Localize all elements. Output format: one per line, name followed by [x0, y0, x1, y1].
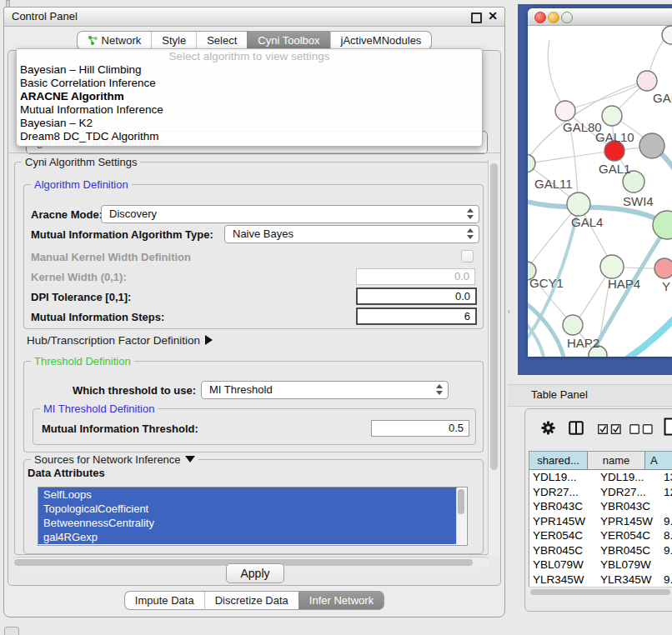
table-row[interactable]: YDL19... YDL19... 13	[529, 470, 672, 485]
list-item[interactable]: BetweennessCentrality	[38, 516, 457, 530]
mi-threshold-label: Mutual Information Threshold:	[42, 422, 198, 435]
checked-pair-icon[interactable]	[598, 423, 621, 434]
float-icon[interactable]	[471, 12, 482, 23]
combo-arrows-icon	[467, 228, 474, 240]
mac-close-icon[interactable]	[534, 12, 546, 23]
cell: YDL19...	[595, 470, 661, 485]
cell: 13	[661, 470, 672, 485]
node[interactable]	[637, 71, 657, 91]
tab-infer-network[interactable]: Infer Network	[298, 591, 384, 610]
tab-label: Cyni Toolbox	[258, 32, 319, 49]
cell: 9.	[661, 543, 672, 558]
combo-arrows-icon	[436, 384, 443, 396]
mi-steps-label: Mutual Information Steps:	[31, 311, 164, 323]
table-row[interactable]: YLR345W YLR345W 9.	[529, 572, 672, 588]
node[interactable]	[662, 26, 672, 44]
cell: YER054C	[529, 528, 595, 543]
mi-algorithm-type-combobox[interactable]: Naive Bayes	[224, 225, 479, 243]
which-threshold-combobox[interactable]: MI Threshold	[201, 381, 449, 399]
list-item[interactable]: TopologicalCoefficient	[38, 502, 457, 516]
tab-network[interactable]: Network	[77, 31, 152, 50]
node-hap4[interactable]	[600, 255, 624, 278]
node-gal10[interactable]	[602, 106, 622, 126]
popup-item[interactable]: Basic Correlation Inference	[17, 77, 482, 90]
apply-button[interactable]: Apply	[226, 563, 284, 583]
cell: YLR345W	[595, 572, 661, 588]
mi-steps-field[interactable]: 6	[356, 308, 477, 325]
table-row[interactable]: YBR043C YBR043C	[529, 499, 672, 514]
node-gal4[interactable]	[567, 192, 590, 216]
aracne-mode-combobox[interactable]: Discovery	[101, 205, 479, 223]
which-threshold-label: Which threshold to use:	[73, 384, 196, 397]
group-title: Algorithm Definition	[31, 178, 132, 191]
node-swi4[interactable]	[653, 211, 672, 239]
table-row[interactable]: YER054C YER054C 8.	[529, 528, 672, 543]
tab-cyni-toolbox[interactable]: Cyni Toolbox	[247, 31, 329, 50]
table-row[interactable]: YDR27... YDR27... 12	[529, 485, 672, 500]
settings-vertical-scrollbar[interactable]	[488, 160, 499, 555]
tab-jactivemnodules[interactable]: jActiveMNodules	[330, 31, 433, 50]
list-item[interactable]: SelfLoops	[38, 488, 457, 502]
mi-threshold-group: MI Threshold Definition Mutual Informati…	[33, 408, 476, 445]
node-salmon[interactable]	[654, 258, 672, 278]
tab-label: Style	[162, 32, 186, 49]
node-table: shared... name A YDL19... YDL19... 13 YD…	[529, 451, 672, 587]
document-icon[interactable]	[664, 418, 672, 436]
tab-discretize-data[interactable]: Discretize Data	[204, 591, 298, 610]
sources-group: Sources for Network Inference Data Attri…	[23, 459, 484, 554]
manual-kernel-checkbox[interactable]	[461, 250, 474, 262]
column-header-name[interactable]: name	[588, 452, 645, 469]
group-title: Threshold Definition	[31, 355, 134, 368]
kernel-width-field[interactable]: 0.0	[356, 268, 475, 285]
close-icon[interactable]: ✕	[488, 9, 498, 22]
popup-item[interactable]: Dream8 DC_TDC Algorithm	[17, 130, 482, 143]
cell: YBR043C	[529, 499, 595, 514]
dpi-tolerance-field[interactable]: 0.0	[356, 288, 477, 305]
table-row[interactable]: YBL079W YBL079W	[529, 558, 672, 572]
popup-item[interactable]: Bayesian – K2	[17, 117, 482, 130]
column-view-icon[interactable]	[569, 421, 584, 435]
network-window-titlebar[interactable]	[528, 8, 672, 26]
aracne-mode-label: Aracne Mode:	[31, 208, 103, 221]
network-canvas[interactable]: GAL GAL80 GAL10 GAL1 GAL11 SWI4 GAL4 GCY…	[528, 25, 672, 357]
network-desktop: GAL GAL80 GAL10 GAL1 GAL11 SWI4 GAL4 GCY…	[518, 4, 672, 375]
list-scrollbar[interactable]	[456, 488, 466, 544]
cyni-algorithm-settings-group: Cyni Algorithm Settings Algorithm Defini…	[14, 162, 489, 555]
node-label: GCY1	[529, 276, 564, 290]
column-header-third[interactable]: A	[645, 452, 672, 469]
cell	[661, 558, 672, 572]
list-item[interactable]: gal4RGexp	[38, 530, 457, 544]
node-gal80[interactable]	[555, 101, 575, 121]
node-gray[interactable]	[639, 133, 664, 158]
tab-style[interactable]: Style	[151, 31, 196, 50]
popup-item-selected[interactable]: ARACNE Algorithm	[17, 90, 482, 103]
combo-value: MI Threshold	[209, 383, 273, 396]
table-row[interactable]: YBR045C YBR045C 9.	[529, 543, 672, 558]
node-hap2[interactable]	[563, 315, 583, 335]
manual-kernel-label: Manual Kernel Width Definition	[31, 251, 191, 263]
mac-minimize-icon[interactable]	[548, 12, 559, 23]
gear-icon[interactable]	[541, 421, 555, 435]
mi-threshold-field[interactable]: 0.5	[371, 420, 469, 437]
data-attributes-list: SelfLoops TopologicalCoefficient Between…	[38, 487, 468, 546]
tab-select[interactable]: Select	[196, 31, 247, 50]
sources-disclosure[interactable]: Sources for Network Inference	[31, 453, 198, 466]
cell: YPR145W	[529, 514, 595, 529]
unchecked-pair-icon[interactable]	[629, 423, 653, 434]
popup-item[interactable]: Mutual Information Inference	[17, 103, 482, 117]
table-row[interactable]: YPR145W YPR145W 9.	[529, 514, 672, 529]
popup-item[interactable]: Bayesian – Hill Climbing	[17, 63, 482, 77]
splitter-collapse-handle[interactable]: ‹	[508, 308, 510, 316]
tab-impute-data[interactable]: Impute Data	[124, 591, 204, 610]
table-horizontal-scrollbar[interactable]	[529, 587, 672, 597]
control-panel-window: Control Panel ✕ Network Style Select	[3, 7, 505, 618]
collapse-down-icon	[185, 456, 195, 462]
column-header-shared-name[interactable]: shared...	[529, 452, 588, 469]
mac-zoom-icon[interactable]	[561, 12, 573, 23]
network-nodes	[528, 26, 672, 357]
node-label: GAL4	[571, 215, 603, 229]
tab-label: Discretize Data	[215, 592, 288, 609]
network-tab-icon	[88, 35, 98, 46]
hub-definition-disclosure[interactable]: Hub/Transcription Factor Definition	[27, 334, 213, 347]
algorithm-definition-group: Algorithm Definition Aracne Mode: Discov…	[23, 184, 484, 329]
